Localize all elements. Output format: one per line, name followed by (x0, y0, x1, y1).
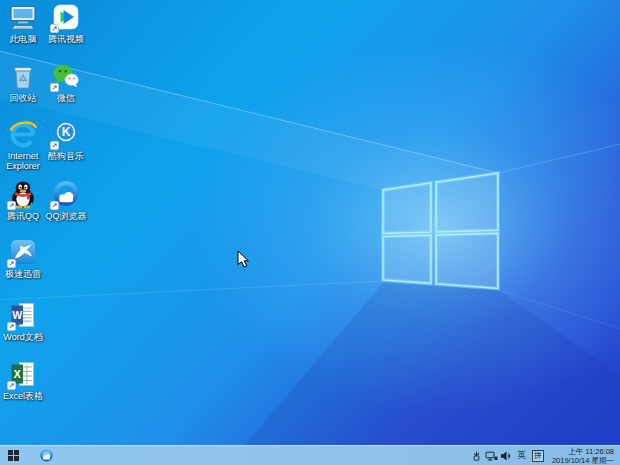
shortcut-arrow-icon: ↗ (50, 24, 59, 33)
desktop-icon-this-pc[interactable]: 此电脑 (1, 2, 45, 44)
system-tray: 英 拼 上午 11:26:08 2019/10/14 星期一 (469, 446, 620, 465)
excel-sheet-icon: X ↗ (8, 359, 38, 389)
clock-date: 2019/10/14 星期一 (552, 456, 614, 465)
wechat-icon: ↗ (51, 61, 81, 91)
icon-label: QQ浏览器 (45, 211, 86, 221)
usb-device-tray-button[interactable] (469, 446, 484, 465)
start-button[interactable] (0, 446, 26, 465)
icon-label: 此电脑 (10, 34, 37, 44)
icon-label: 腾讯视频 (48, 34, 84, 44)
icon-label: Excel表格 (3, 391, 43, 401)
network-icon (485, 450, 498, 462)
desktop-icon-wechat[interactable]: ↗ 微信 (44, 61, 88, 103)
desktop-icon-kugou-music[interactable]: K ↗ 酷狗音乐 (44, 119, 88, 161)
icon-label: 腾讯QQ (7, 211, 39, 221)
volume-icon (500, 450, 513, 462)
usb-device-icon (471, 450, 482, 462)
qq-browser-icon (39, 448, 54, 463)
svg-text:W: W (12, 309, 22, 321)
word-doc-icon: W ↗ (8, 300, 38, 330)
svg-text:K: K (62, 125, 71, 139)
shortcut-arrow-icon: ↗ (7, 259, 16, 268)
desktop-icon-internet-explorer[interactable]: Internet Explorer (1, 119, 45, 171)
taskbar-clock[interactable]: 上午 11:26:08 2019/10/14 星期一 (547, 446, 620, 465)
icon-label: 酷狗音乐 (48, 151, 84, 161)
icon-label: Internet Explorer (1, 151, 45, 171)
desktop-icon-xunlei-thunder[interactable]: ↗ 极速迅雷 (1, 237, 45, 279)
tencent-qq-icon: ↗ (8, 179, 38, 209)
ime-pinyin-button[interactable]: 拼 (532, 450, 544, 462)
this-pc-icon (8, 2, 38, 32)
icon-label: 微信 (57, 93, 75, 103)
shortcut-arrow-icon: ↗ (7, 201, 16, 210)
taskbar-qq-browser-button[interactable] (34, 446, 58, 465)
svg-text:X: X (14, 368, 21, 380)
wallpaper-win10-light (0, 0, 620, 465)
icon-label: Word文档 (3, 332, 42, 342)
desktop-icon-recycle-bin[interactable]: 回收站 (1, 61, 45, 103)
shortcut-arrow-icon: ↗ (50, 201, 59, 210)
shortcut-arrow-icon: ↗ (7, 381, 16, 390)
qq-browser-icon: ↗ (51, 179, 81, 209)
xunlei-thunder-icon: ↗ (8, 237, 38, 267)
icon-label: 回收站 (10, 93, 37, 103)
taskbar: 英 拼 上午 11:26:08 2019/10/14 星期一 (0, 445, 620, 465)
shortcut-arrow-icon: ↗ (7, 322, 16, 331)
windows-desktop[interactable]: 此电脑 ↗ 腾讯视频 回收站 (0, 0, 620, 465)
shortcut-arrow-icon: ↗ (50, 141, 59, 150)
desktop-icon-qq-browser[interactable]: ↗ QQ浏览器 (44, 179, 88, 221)
icon-label: 极速迅雷 (5, 269, 41, 279)
windows-start-icon (8, 450, 19, 461)
network-tray-button[interactable] (484, 446, 499, 465)
desktop-icon-excel-sheet[interactable]: X ↗ Excel表格 (1, 359, 45, 401)
recycle-bin-icon (8, 61, 38, 91)
tencent-video-icon: ↗ (51, 2, 81, 32)
desktop-icon-tencent-qq[interactable]: ↗ 腾讯QQ (1, 179, 45, 221)
shortcut-arrow-icon: ↗ (50, 83, 59, 92)
volume-tray-button[interactable] (499, 446, 514, 465)
desktop-icon-tencent-video[interactable]: ↗ 腾讯视频 (44, 2, 88, 44)
windows-logo (383, 173, 498, 289)
ime-language-button[interactable]: 英 (514, 446, 529, 465)
desktop-icon-word-doc[interactable]: W ↗ Word文档 (1, 300, 45, 342)
kugou-music-icon: K ↗ (51, 119, 81, 149)
internet-explorer-icon (8, 119, 38, 149)
clock-time: 上午 11:26:08 (568, 447, 614, 456)
